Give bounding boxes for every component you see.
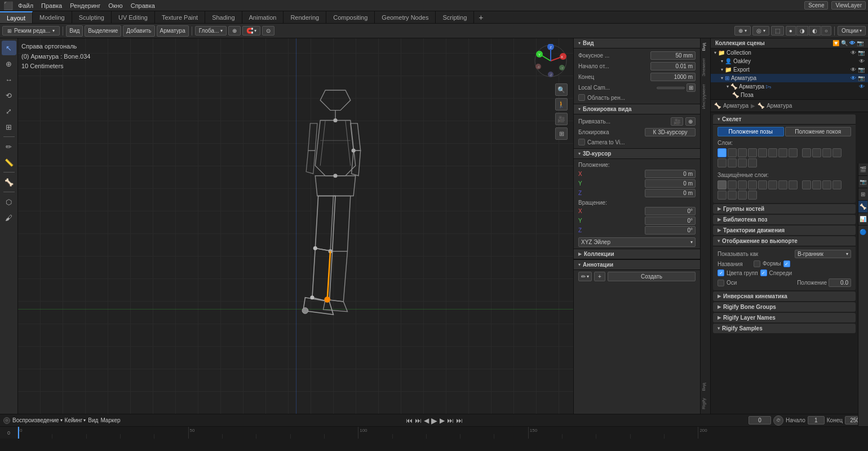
prot-btn-6[interactable]: [778, 180, 787, 189]
bone-groups-header[interactable]: ▶ Группы костей: [713, 204, 856, 214]
side-icon-rigify[interactable]: Rigify: [701, 395, 710, 413]
cursor-rz-input[interactable]: 0°: [645, 226, 696, 235]
rigify-layer-names-header[interactable]: ▶ Rigify Layer Names: [713, 313, 856, 322]
snapping-btn[interactable]: 🧲▾: [242, 26, 260, 36]
focal-length-input[interactable]: 50 mm: [650, 51, 696, 60]
selection-btn[interactable]: Выделение: [85, 25, 121, 37]
side-icon-view[interactable]: Вид: [701, 39, 710, 54]
tab-rendering[interactable]: Rendering: [284, 11, 326, 23]
rotation-type-select[interactable]: XYZ Эйлер ▾: [578, 237, 696, 247]
layer-btn-9[interactable]: [812, 148, 821, 157]
pose-library-header[interactable]: ▶ Библиотека поз: [713, 215, 856, 224]
show-in-front-checkbox[interactable]: ✓: [760, 269, 767, 276]
prot-btn-2[interactable]: [738, 180, 747, 189]
options-btn[interactable]: Опции ▾: [838, 26, 866, 36]
cursor-z-input[interactable]: 0 m: [645, 189, 696, 197]
outliner-item-armature-collection[interactable]: ▾ ⊞ Арматура 👁 📷: [711, 74, 868, 82]
show-names-checkbox[interactable]: [754, 260, 760, 267]
side-icon-tool[interactable]: Инструмент: [701, 81, 710, 112]
jump-to-start[interactable]: ⏮: [406, 417, 413, 425]
rest-mode-btn[interactable]: Положение покоя: [785, 127, 852, 136]
tool-paint[interactable]: 🖌: [2, 210, 16, 225]
tab-geometry-nodes[interactable]: Geometry Nodes: [375, 11, 436, 23]
layer-btn-13[interactable]: [728, 158, 737, 167]
layer-btn-1[interactable]: [728, 148, 737, 157]
view-header[interactable]: ▾ Вид: [574, 38, 700, 48]
annotations-header[interactable]: ▾ Аннотации: [574, 259, 700, 270]
overlay-toggle[interactable]: ◎▾: [752, 26, 769, 36]
viewport-display-header[interactable]: ▾ Отображение во вьюпорте: [713, 236, 856, 246]
local-cam-picker[interactable]: ⊞: [687, 83, 696, 92]
menu-window[interactable]: Окно: [105, 1, 126, 10]
grid-icon[interactable]: ⊞: [555, 127, 568, 140]
pose-mode-btn[interactable]: Положение позы: [718, 127, 784, 136]
viewport-shading[interactable]: ● ◑ ◐ ○: [786, 26, 831, 36]
layer-btn-10[interactable]: [822, 148, 831, 157]
view-menu[interactable]: Вид: [88, 417, 98, 423]
blender-icon[interactable]: ⬛: [2, 0, 14, 11]
pivot-btn[interactable]: ⊕: [228, 26, 241, 36]
skeleton-header[interactable]: ▾ Скелет: [713, 114, 856, 125]
armature-btn[interactable]: Арматура: [157, 25, 189, 37]
menu-help[interactable]: Справка: [127, 1, 158, 10]
side-icon-element[interactable]: Элемент: [701, 55, 710, 80]
motion-paths-header[interactable]: ▶ Траектории движения: [713, 226, 856, 235]
layer-btn-2[interactable]: [738, 148, 747, 157]
prop-tab-data[interactable]: 📊: [858, 213, 867, 226]
outliner-item-pose[interactable]: 🦴 Поза: [711, 91, 868, 99]
cursor-3d-header[interactable]: ▾ 3D-курсор: [574, 148, 700, 159]
prot-btn-10[interactable]: [822, 180, 831, 189]
prop-tab-material[interactable]: 🔵: [858, 226, 867, 238]
add-btn[interactable]: Добавить: [123, 25, 154, 37]
prot-btn-11[interactable]: [832, 180, 842, 189]
keying-menu[interactable]: Кейинг▾: [65, 417, 86, 423]
layer-btn-15[interactable]: [748, 158, 757, 167]
proportional-btn[interactable]: ⊙: [262, 26, 274, 36]
outliner-item-export[interactable]: ▾ 📁 Export 👁 📷: [711, 65, 868, 74]
clip-end-input[interactable]: 1000 m: [650, 73, 696, 81]
layer-btn-11[interactable]: [832, 148, 842, 157]
layer-btn-6[interactable]: [778, 148, 787, 157]
outliner-visibility-btn[interactable]: 👁: [849, 40, 855, 46]
tab-sculpting[interactable]: Sculpting: [72, 11, 112, 23]
scene-selector[interactable]: Scene: [804, 1, 828, 10]
tool-pose[interactable]: 🦴: [2, 175, 16, 189]
next-keyframe[interactable]: ⏭: [447, 417, 454, 425]
viewport[interactable]: Справа ортогональ (0) Арматура : Bone.03…: [18, 38, 573, 414]
layer-btn-7[interactable]: [789, 148, 798, 157]
prot-btn-12[interactable]: [718, 191, 727, 200]
collections-header[interactable]: ▶ Коллекции: [574, 249, 700, 259]
layer-btn-4[interactable]: [758, 148, 767, 157]
tab-compositing[interactable]: Compositing: [326, 11, 375, 23]
show-forms-checkbox[interactable]: ✓: [783, 260, 790, 267]
next-frame[interactable]: ▶: [440, 417, 445, 425]
outliner-render-btn[interactable]: 📷: [857, 40, 863, 46]
menu-render[interactable]: Рендеринг: [67, 1, 104, 10]
prot-btn-13[interactable]: [728, 191, 737, 200]
outliner-item-collection[interactable]: ▾ 📁 Collection 👁 📷: [711, 48, 868, 57]
tab-shading[interactable]: Shading: [205, 11, 242, 23]
clip-start-input[interactable]: 0.01 m: [650, 62, 696, 70]
layer-btn-12[interactable]: [718, 158, 727, 167]
layer-btn-0[interactable]: [718, 148, 727, 157]
gizmo-toggle[interactable]: ⊕▾: [734, 26, 751, 36]
axes-checkbox[interactable]: [718, 280, 724, 286]
tab-layout[interactable]: Layout: [0, 11, 33, 23]
prev-keyframe[interactable]: ⏭: [415, 417, 422, 425]
outliner-item-armature-obj[interactable]: ▾ 🦴 Арматура ▷₅ 👁: [711, 82, 868, 91]
tool-scale[interactable]: ⤢: [2, 104, 16, 118]
play-pause[interactable]: ▶: [431, 416, 437, 425]
camera-to-view-checkbox[interactable]: [578, 139, 585, 145]
prot-btn-4[interactable]: [758, 180, 767, 189]
nav-gizmo[interactable]: X Y Z -X -Y -Z: [534, 44, 568, 78]
camera-icon[interactable]: 🎥: [555, 113, 568, 125]
timeline-ruler[interactable]: 0 0 50 100 150 200 250: [0, 426, 868, 439]
bind-obj-btn[interactable]: ⊕: [685, 117, 696, 126]
jump-to-end[interactable]: ⏭: [456, 417, 463, 425]
prev-frame[interactable]: ◀: [424, 417, 429, 425]
local-cam-toggle[interactable]: [657, 87, 685, 89]
prot-btn-3[interactable]: [748, 180, 757, 189]
tool-measure[interactable]: 📏: [2, 155, 16, 170]
mode-select[interactable]: ⊞ Режим реда... ▾: [2, 26, 60, 36]
playback-icon[interactable]: ○: [3, 417, 10, 424]
